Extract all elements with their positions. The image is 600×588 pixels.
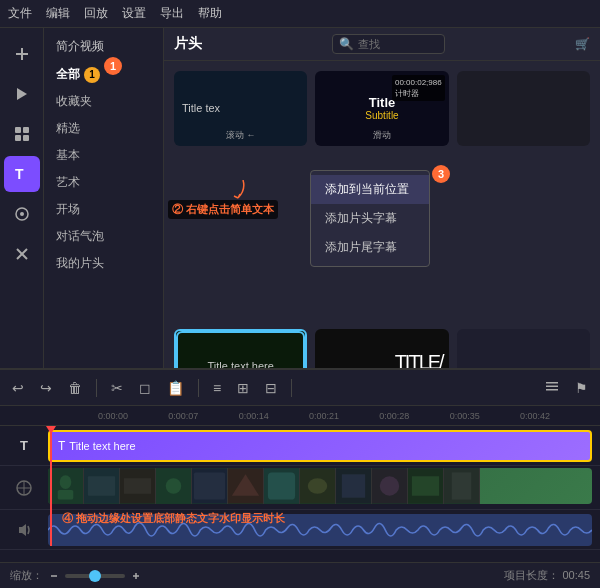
zoom-plus-icon[interactable] [131,571,141,581]
toolbar-redo[interactable]: ↪ [36,378,56,398]
category-item-bubble[interactable]: 对话气泡 [44,223,163,250]
menu-file[interactable]: 文件 [8,5,32,22]
filmstrip-frame [264,468,300,504]
video-clip[interactable] [48,468,592,504]
ruler-time-4: 0:00:28 [379,411,409,421]
template-scroll-content: Title tex [174,94,307,122]
track-icon-text: T [20,438,28,453]
filmstrip-frame [336,468,372,504]
zoom-slider[interactable] [65,574,125,578]
svg-rect-4 [23,127,29,133]
filmstrip-frame [300,468,336,504]
menu-playback[interactable]: 回放 [84,5,108,22]
toolbar-cut[interactable]: ✂ [107,378,127,398]
svg-text:T: T [15,166,24,182]
template-slide-label: 滑动 [373,129,391,142]
menu-settings[interactable]: 设置 [122,5,146,22]
zoom-minus-icon[interactable] [49,571,59,581]
category-item-all[interactable]: 全部 1 [44,61,163,88]
sidebar-btn-text[interactable]: T [4,156,40,192]
svg-rect-13 [546,386,558,388]
category-item-selected[interactable]: 精选 [44,115,163,142]
category-item-opening[interactable]: 开场 [44,196,163,223]
category-item-art[interactable]: 艺术 [44,169,163,196]
text-clip[interactable]: T Title text here [48,430,592,462]
svg-rect-42 [452,472,471,499]
svg-point-38 [380,476,399,495]
category-item-favorites[interactable]: 收藏夹 [44,88,163,115]
toolbar-paste[interactable]: 📋 [163,378,188,398]
svg-marker-2 [17,88,27,100]
track-icon-video [15,479,33,497]
track-icon-audio [16,522,32,538]
svg-rect-14 [546,389,558,391]
toolbar-menu[interactable]: ≡ [209,378,225,398]
sidebar-btn-add[interactable] [4,36,40,72]
toolbar-delete[interactable]: 🗑 [64,378,86,398]
menu-help[interactable]: 帮助 [198,5,222,22]
track-label-video [0,479,48,497]
template-scroll-text: Title tex [182,102,220,114]
playhead[interactable] [50,426,52,546]
track-row-video [0,466,600,510]
ruler-marks: 0:00:00 0:00:07 0:00:14 0:00:21 0:00:28 … [98,411,550,421]
template-card-slide-title[interactable]: Title Subtitle 00:00:02;986 计时器 滑动 [315,71,448,146]
template-card-extra[interactable] [457,71,590,146]
toolbar-undo[interactable]: ↩ [8,378,28,398]
track-label-text: T [0,438,48,453]
svg-rect-12 [546,382,558,384]
svg-rect-5 [15,135,21,141]
svg-rect-1 [16,53,28,55]
sidebar-btn-media[interactable] [4,76,40,112]
category-header: 简介视频 [44,32,163,61]
toolbar-sep2 [198,379,199,397]
template-card-scroll[interactable]: Title tex 滚动 ← [174,71,307,146]
filmstrip-frame [372,468,408,504]
ruler-time-5: 0:00:35 [450,411,480,421]
zoom-thumb [89,570,101,582]
clip-text-label: Title text here [69,440,135,452]
menu-export[interactable]: 导出 [160,5,184,22]
toolbar-flag[interactable]: ⚑ [571,378,592,398]
menu-edit[interactable]: 编辑 [46,5,70,22]
filmstrip-frame [228,468,264,504]
svg-rect-20 [58,490,74,500]
bottom-bar: 缩放： 项目长度： 00:45 [0,562,600,588]
sidebar-btn-effects[interactable] [4,196,40,232]
svg-rect-36 [342,474,365,497]
template-scroll-label: 滚动 ← [226,129,256,142]
toolbar-zoom-in[interactable]: ⊞ [233,378,253,398]
context-menu-item-add-current[interactable]: 添加到当前位置 [311,175,429,204]
context-menu-item-add-title[interactable]: 添加片头字幕 [311,204,429,233]
menubar: 文件 编辑 回放 设置 导出 帮助 [0,0,600,28]
toolbar-copy[interactable]: ◻ [135,378,155,398]
zoom-control: 缩放： [10,568,141,583]
category-item-basic[interactable]: 基本 [44,142,163,169]
zoom-label: 缩放： [10,568,43,583]
svg-point-34 [308,478,327,494]
search-input[interactable] [358,38,438,50]
video-filmstrip [48,468,592,504]
timeline-tracks: T T Title text here [0,426,600,550]
audio-clip[interactable] [48,514,592,546]
toolbar-zoom-out[interactable]: ⊟ [261,378,281,398]
track-content-text[interactable]: T Title text here [48,426,600,465]
sidebar-btn-layout[interactable] [4,116,40,152]
track-row-text: T T Title text here [0,426,600,466]
svg-point-9 [20,212,24,216]
filmstrip-frame [444,468,480,504]
context-menu: 添加到当前位置 添加片头字幕 添加片尾字幕 [310,170,430,267]
sidebar-btn-tools[interactable] [4,236,40,272]
filmstrip-frame [156,468,192,504]
track-content-video[interactable] [48,466,600,509]
track-content-audio[interactable] [48,510,600,549]
ruler-time-0: 0:00:00 [98,411,128,421]
context-menu-item-add-caption[interactable]: 添加片尾字幕 [311,233,429,262]
cart-icon[interactable]: 🛒 [575,37,590,51]
filmstrip-frame [48,468,84,504]
category-item-mine[interactable]: 我的片头 [44,250,163,277]
track-row-audio [0,510,600,550]
search-box[interactable]: 🔍 [332,34,445,54]
toolbar-track-settings[interactable] [541,377,563,398]
ruler-time-3: 0:00:21 [309,411,339,421]
